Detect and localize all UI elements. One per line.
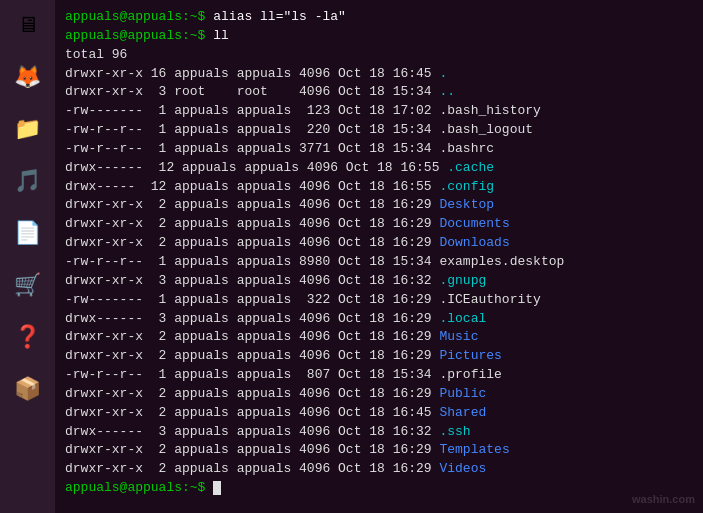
terminal-link[interactable]: Pictures [439, 348, 501, 363]
terminal-line: drwxr-xr-x 3 root root 4096 Oct 18 15:34… [65, 83, 693, 102]
terminal-link[interactable]: Shared [439, 405, 486, 420]
terminal-text: drwxr-xr-x 3 root root 4096 Oct 18 15:34 [65, 84, 439, 99]
terminal-line: -rw------- 1 appuals appuals 123 Oct 18 … [65, 102, 693, 121]
terminal-link[interactable]: .cache [447, 160, 494, 175]
terminal-icon[interactable]: 🖥 [5, 2, 51, 48]
terminal-line: -rw-r--r-- 1 appuals appuals 807 Oct 18 … [65, 366, 693, 385]
terminal-text: drwx----- 12 appuals appuals 4096 Oct 18… [65, 179, 439, 194]
terminal-line: drwxr-xr-x 2 appuals appuals 4096 Oct 18… [65, 347, 693, 366]
appstore-icon[interactable]: 🛒 [5, 262, 51, 308]
terminal-link[interactable]: Downloads [439, 235, 509, 250]
terminal-text: drwxr-xr-x 2 appuals appuals 4096 Oct 18… [65, 216, 439, 231]
music-icon[interactable]: 🎵 [5, 158, 51, 204]
terminal-line: -rw-r--r-- 1 appuals appuals 8980 Oct 18… [65, 253, 693, 272]
terminal-cursor [213, 481, 221, 495]
terminal-link[interactable]: .ssh [439, 424, 470, 439]
terminal-line: drwx----- 12 appuals appuals 4096 Oct 18… [65, 178, 693, 197]
terminal-line: drwxr-xr-x 3 appuals appuals 4096 Oct 18… [65, 272, 693, 291]
terminal-text: -rw-r--r-- 1 appuals appuals 807 Oct 18 … [65, 367, 502, 382]
terminal-text: total 96 [65, 47, 127, 62]
terminal-link[interactable]: Desktop [439, 197, 494, 212]
terminal-line: drwxr-xr-x 2 appuals appuals 4096 Oct 18… [65, 404, 693, 423]
terminal-command: alias ll="ls -la" [213, 9, 346, 24]
terminal-link[interactable]: .config [439, 179, 494, 194]
terminal-text: drwxr-xr-x 2 appuals appuals 4096 Oct 18… [65, 329, 439, 344]
terminal-line: -rw-r--r-- 1 appuals appuals 3771 Oct 18… [65, 140, 693, 159]
terminal-link[interactable]: Public [439, 386, 486, 401]
terminal-text: -rw-r--r-- 1 appuals appuals 220 Oct 18 … [65, 122, 533, 137]
terminal-text: drwx------ 3 appuals appuals 4096 Oct 18… [65, 311, 439, 326]
terminal-line: drwxr-xr-x 2 appuals appuals 4096 Oct 18… [65, 460, 693, 479]
terminal-link[interactable]: .gnupg [439, 273, 486, 288]
terminal-line: drwxr-xr-x 2 appuals appuals 4096 Oct 18… [65, 385, 693, 404]
terminal-text: drwxr-xr-x 2 appuals appuals 4096 Oct 18… [65, 348, 439, 363]
terminal-text: -rw------- 1 appuals appuals 123 Oct 18 … [65, 103, 541, 118]
files-icon[interactable]: 📁 [5, 106, 51, 152]
terminal-link[interactable]: .local [439, 311, 486, 326]
terminal-command: ll [213, 28, 229, 43]
terminal-text: drwxr-xr-x 2 appuals appuals 4096 Oct 18… [65, 442, 439, 457]
terminal-line: appuals@appuals:~$ ll [65, 27, 693, 46]
terminal-line: appuals@appuals:~$ [65, 479, 693, 498]
terminal-link[interactable]: Music [439, 329, 478, 344]
terminal-line: drwxr-xr-x 2 appuals appuals 4096 Oct 18… [65, 234, 693, 253]
terminal-prompt: appuals@appuals:~$ [65, 9, 213, 24]
terminal-text: drwx------ 12 appuals appuals 4096 Oct 1… [65, 160, 447, 175]
terminal-link[interactable]: Templates [439, 442, 509, 457]
terminal-text: drwxr-xr-x 3 appuals appuals 4096 Oct 18… [65, 273, 439, 288]
terminal-text: drwxr-xr-x 16 appuals appuals 4096 Oct 1… [65, 66, 439, 81]
terminal-line: drwxr-xr-x 2 appuals appuals 4096 Oct 18… [65, 328, 693, 347]
amazon-icon[interactable]: 📦 [5, 366, 51, 412]
terminal-line: drwxr-xr-x 2 appuals appuals 4096 Oct 18… [65, 441, 693, 460]
terminal-text: drwxr-xr-x 2 appuals appuals 4096 Oct 18… [65, 197, 439, 212]
firefox-icon[interactable]: 🦊 [5, 54, 51, 100]
terminal-line: drwxr-xr-x 16 appuals appuals 4096 Oct 1… [65, 65, 693, 84]
terminal-prompt: appuals@appuals:~$ [65, 480, 213, 495]
terminal-text: -rw-r--r-- 1 appuals appuals 8980 Oct 18… [65, 254, 564, 269]
terminal-text: drwxr-xr-x 2 appuals appuals 4096 Oct 18… [65, 235, 439, 250]
terminal-link[interactable]: Documents [439, 216, 509, 231]
terminal-line: drwx------ 3 appuals appuals 4096 Oct 18… [65, 423, 693, 442]
sidebar: 🖥🦊📁🎵📄🛒❓📦 [0, 0, 55, 513]
terminal-line: -rw-r--r-- 1 appuals appuals 220 Oct 18 … [65, 121, 693, 140]
terminal-line: total 96 [65, 46, 693, 65]
document-icon[interactable]: 📄 [5, 210, 51, 256]
terminal-line: drwx------ 3 appuals appuals 4096 Oct 18… [65, 310, 693, 329]
terminal-link[interactable]: .. [439, 84, 455, 99]
terminal-text: drwx------ 3 appuals appuals 4096 Oct 18… [65, 424, 439, 439]
terminal-link[interactable]: . [439, 66, 447, 81]
terminal-text: -rw------- 1 appuals appuals 322 Oct 18 … [65, 292, 541, 307]
watermark: washin.com [632, 493, 695, 505]
terminal-line: drwxr-xr-x 2 appuals appuals 4096 Oct 18… [65, 196, 693, 215]
terminal-link[interactable]: Videos [439, 461, 486, 476]
terminal-line: drwxr-xr-x 2 appuals appuals 4096 Oct 18… [65, 215, 693, 234]
terminal-text: drwxr-xr-x 2 appuals appuals 4096 Oct 18… [65, 386, 439, 401]
terminal-prompt: appuals@appuals:~$ [65, 28, 213, 43]
terminal-line: -rw------- 1 appuals appuals 322 Oct 18 … [65, 291, 693, 310]
terminal-line: drwx------ 12 appuals appuals 4096 Oct 1… [65, 159, 693, 178]
terminal-text: drwxr-xr-x 2 appuals appuals 4096 Oct 18… [65, 405, 439, 420]
terminal-text: drwxr-xr-x 2 appuals appuals 4096 Oct 18… [65, 461, 439, 476]
terminal-text: -rw-r--r-- 1 appuals appuals 3771 Oct 18… [65, 141, 494, 156]
terminal-window: appuals@appuals:~$ alias ll="ls -la"appu… [55, 0, 703, 513]
help-icon[interactable]: ❓ [5, 314, 51, 360]
terminal-line: appuals@appuals:~$ alias ll="ls -la" [65, 8, 693, 27]
